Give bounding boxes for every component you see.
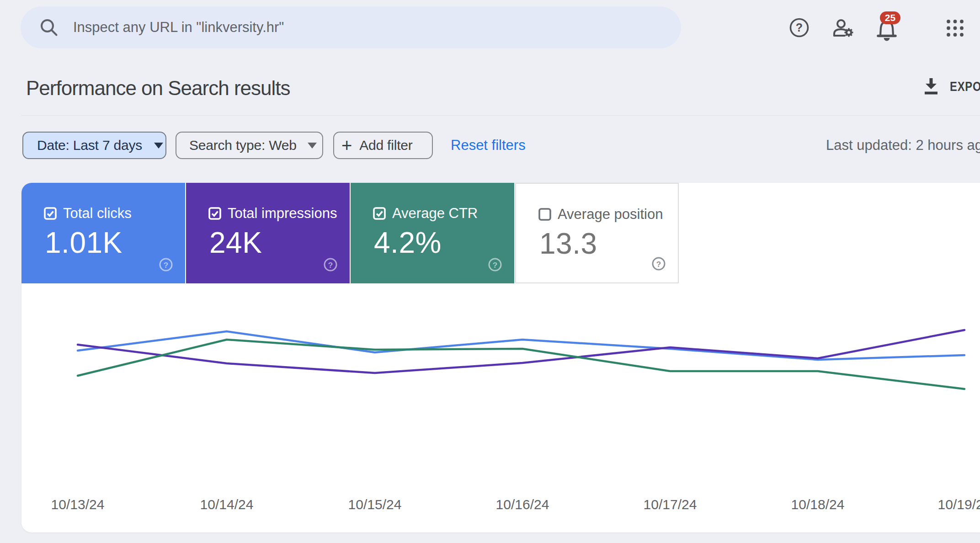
x-axis-label: 10/14/24 — [200, 497, 254, 512]
apps-grid-icon[interactable] — [945, 18, 965, 38]
chevron-down-icon — [308, 143, 317, 149]
x-axis-labels: 10/13/2410/14/2410/15/2410/16/2410/17/24… — [21, 497, 980, 515]
x-axis-label: 10/13/24 — [51, 497, 105, 512]
export-label: EXPORT — [950, 79, 980, 94]
notification-count-badge: 25 — [880, 11, 900, 24]
svg-text:?: ? — [796, 21, 803, 34]
x-axis-label: 10/16/24 — [496, 497, 549, 512]
filter-bar: Date: Last 7 days Search type: Web + Add… — [0, 132, 980, 159]
add-filter-chip[interactable]: + Add filter — [333, 132, 433, 159]
performance-chart-card: Total clicks 1.01K ? Total impressions 2… — [21, 183, 980, 532]
date-filter-chip[interactable]: Date: Last 7 days — [22, 132, 166, 159]
search-type-filter-chip[interactable]: Search type: Web — [176, 132, 323, 159]
plus-icon: + — [341, 133, 352, 158]
help-icon[interactable]: ? — [789, 18, 809, 37]
search-icon — [39, 17, 59, 37]
x-axis-label: 10/17/24 — [644, 497, 697, 512]
page-title: Performance on Search results — [26, 77, 290, 100]
x-axis-label: 10/18/24 — [791, 497, 845, 512]
chevron-down-icon — [154, 143, 163, 149]
chart-line-total-impressions — [78, 330, 964, 373]
last-updated-text: Last updated: 2 hours ago — [826, 132, 980, 159]
performance-line-chart[interactable] — [21, 183, 980, 532]
header-divider — [21, 115, 980, 116]
gear-part — [845, 28, 853, 37]
chart-line-average-ctr — [78, 340, 964, 389]
x-axis-label: 10/15/24 — [348, 497, 402, 512]
x-axis-label: 10/19/24 — [938, 497, 980, 512]
download-icon — [924, 78, 938, 95]
export-button[interactable]: EXPORT — [924, 72, 980, 101]
url-inspection-search-bar[interactable] — [21, 6, 681, 48]
manage-users-icon[interactable] — [832, 18, 854, 37]
search-type-label: Search type: Web — [189, 138, 297, 153]
reset-filters-link[interactable]: Reset filters — [451, 132, 526, 159]
add-filter-label: Add filter — [359, 138, 412, 153]
search-input[interactable] — [73, 14, 681, 41]
date-filter-label: Date: Last 7 days — [37, 138, 142, 153]
